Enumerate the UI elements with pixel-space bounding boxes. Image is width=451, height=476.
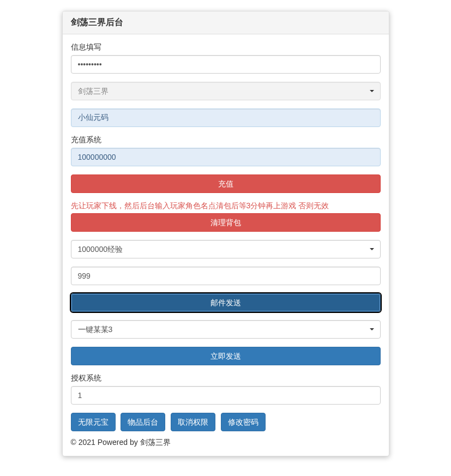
recharge-section: 充值系统 [71,135,381,166]
preset-select-wrapper: 一键某某3 [71,320,381,339]
auth-label: 授权系统 [71,373,101,383]
auth-section: 授权系统 [71,373,381,405]
info-label: 信息填写 [71,43,101,52]
mail-button-group: 邮件发送 [71,293,381,312]
panel-body: 信息填写 剑荡三界 充值系统 充值 先让玩家下线，然后后台输入玩家角色名点清包后… [63,34,389,456]
recharge-amount-input[interactable] [71,148,381,166]
recharge-label: 充值系统 [71,135,101,145]
quantity-group [71,267,381,285]
preset-select[interactable]: 一键某某3 [71,320,381,339]
change-password-button[interactable]: 修改密码 [221,413,266,431]
unlimited-gold-button[interactable]: 无限元宝 [71,413,116,431]
item-select-wrapper: 1000000经验 [71,240,381,258]
game-select[interactable]: 剑荡三界 [71,82,381,100]
send-now-group: 立即发送 [71,347,381,365]
mail-send-button[interactable]: 邮件发送 [71,293,381,312]
send-now-button[interactable]: 立即发送 [71,347,381,365]
recharge-button-group: 充值 [71,174,381,193]
recharge-button[interactable]: 充值 [71,174,381,193]
character-input[interactable] [71,109,381,127]
item-select[interactable]: 1000000经验 [71,240,381,258]
auth-input[interactable] [71,386,381,405]
character-group [71,109,381,127]
clear-bag-warning: 先让玩家下线，然后后台输入玩家角色名点清包后等3分钟再上游戏 否则无效 [71,201,381,211]
password-input[interactable] [71,55,381,74]
admin-panel: 剑荡三界后台 信息填写 剑荡三界 充值系统 充值 先让玩家下线，然后后台输入玩家… [62,11,389,456]
info-section: 信息填写 [71,43,381,74]
footer-text: © 2021 Powered by 剑荡三界 [71,438,381,448]
game-select-wrapper: 剑荡三界 [71,82,381,100]
cancel-permission-button[interactable]: 取消权限 [171,413,215,431]
clear-bag-button[interactable]: 清理背包 [71,213,381,232]
clear-bag-section: 先让玩家下线，然后后台输入玩家角色名点清包后等3分钟再上游戏 否则无效 清理背包 [71,201,381,232]
item-backend-button[interactable]: 物品后台 [121,413,165,431]
quantity-input[interactable] [71,267,381,285]
panel-heading: 剑荡三界后台 [63,11,389,34]
panel-title: 剑荡三界后台 [71,17,381,28]
bottom-button-row: 无限元宝 物品后台 取消权限 修改密码 [71,413,381,431]
